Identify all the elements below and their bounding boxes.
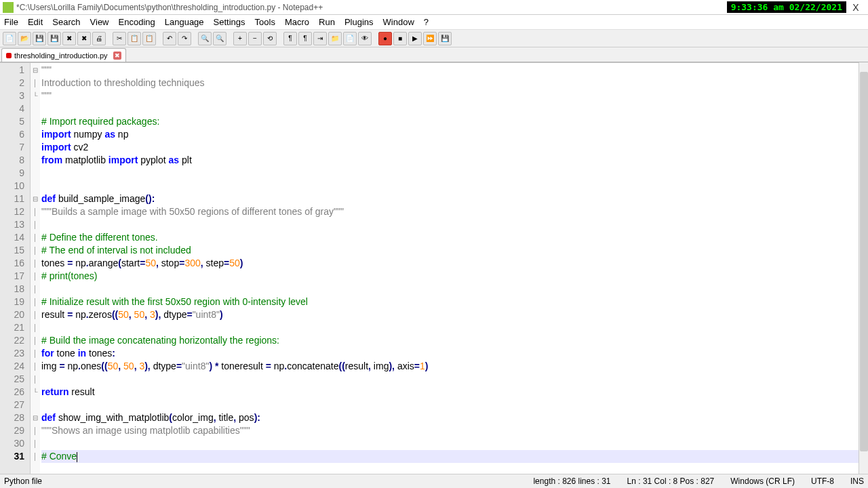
- play-icon[interactable]: ▶: [408, 32, 422, 45]
- folder-icon[interactable]: 📁: [328, 32, 342, 45]
- status-encoding: UTF-8: [811, 476, 834, 486]
- monitor-icon[interactable]: 👁: [358, 32, 372, 45]
- clock-overlay: 9:33:36 am 02/22/2021: [727, 1, 846, 13]
- hidden-chars-icon[interactable]: ¶: [298, 32, 312, 45]
- record-icon[interactable]: ●: [378, 32, 392, 45]
- menu-view[interactable]: View: [90, 17, 109, 27]
- status-lang: Python file: [4, 476, 42, 486]
- status-mode: INS: [850, 476, 864, 486]
- cut-icon[interactable]: ✂: [113, 32, 126, 45]
- menu-encoding[interactable]: Encoding: [119, 17, 155, 27]
- doc-icon[interactable]: 📄: [343, 32, 357, 45]
- toolbar: 📄 📂 💾 💾 ✖ ✖ 🖨 ✂ 📋 📋 ↶ ↷ 🔍 🔍 + − ⟲ ¶ ¶ ⇥ …: [0, 30, 868, 47]
- find-icon[interactable]: 🔍: [198, 32, 212, 45]
- wrap-icon[interactable]: ¶: [283, 32, 297, 45]
- window-title: *C:\Users\Lorilla Family\Documents\pytho…: [16, 3, 727, 12]
- menu-plugins[interactable]: Plugins: [344, 17, 374, 27]
- paste-icon[interactable]: 📋: [142, 32, 156, 45]
- replace-icon[interactable]: 🔍: [213, 32, 226, 45]
- tab-bar: thresholding_introduction.py ✖: [0, 47, 868, 62]
- menu-edit[interactable]: Edit: [28, 17, 43, 27]
- sync-icon[interactable]: ⟲: [263, 32, 277, 45]
- editor: 1234567891011121314151617181920212223242…: [0, 62, 868, 474]
- status-position: Ln : 31 Col : 8 Pos : 827: [627, 476, 715, 486]
- save-all-icon[interactable]: 💾: [47, 32, 61, 45]
- print-icon[interactable]: 🖨: [92, 32, 106, 45]
- title-bar: *C:\Users\Lorilla Family\Documents\pytho…: [0, 0, 868, 15]
- play-multi-icon[interactable]: ⏩: [423, 32, 437, 45]
- menu-search[interactable]: Search: [52, 17, 80, 27]
- file-tab[interactable]: thresholding_introduction.py ✖: [1, 48, 126, 62]
- indent-icon[interactable]: ⇥: [313, 32, 327, 45]
- menu-settings[interactable]: Settings: [214, 17, 245, 27]
- menu-tools[interactable]: Tools: [255, 17, 275, 27]
- close-button[interactable]: X: [846, 2, 865, 13]
- modified-dot-icon: [6, 53, 12, 58]
- new-icon[interactable]: 📄: [3, 32, 16, 45]
- open-icon[interactable]: 📂: [18, 32, 31, 45]
- scrollbar-thumb[interactable]: [860, 72, 868, 451]
- undo-icon[interactable]: ↶: [163, 32, 176, 45]
- status-bar: Python file length : 826 lines : 31 Ln :…: [0, 474, 868, 488]
- save-macro-icon[interactable]: 💾: [438, 32, 452, 45]
- menu-bar: FileEditSearchViewEncodingLanguageSettin…: [0, 15, 868, 30]
- line-gutter: 1234567891011121314151617181920212223242…: [0, 63, 31, 474]
- tab-close-icon[interactable]: ✖: [113, 52, 121, 60]
- redo-icon[interactable]: ↷: [178, 32, 191, 45]
- status-eol: Windows (CR LF): [730, 476, 795, 486]
- save-icon[interactable]: 💾: [33, 32, 46, 45]
- tab-label: thresholding_introduction.py: [14, 52, 108, 60]
- zoom-out-icon[interactable]: −: [248, 32, 262, 45]
- menu-macro[interactable]: Macro: [285, 17, 309, 27]
- copy-icon[interactable]: 📋: [127, 32, 141, 45]
- status-length: length : 826 lines : 31: [533, 476, 610, 486]
- close-all-icon[interactable]: ✖: [77, 32, 91, 45]
- menu-window[interactable]: Window: [383, 17, 414, 27]
- fold-gutter: ⊟│└⊟││││││││││││││└⊟│││: [31, 63, 40, 474]
- menu-language[interactable]: Language: [165, 17, 204, 27]
- zoom-in-icon[interactable]: +: [233, 32, 247, 45]
- stop-icon[interactable]: ■: [393, 32, 407, 45]
- close-icon[interactable]: ✖: [62, 32, 76, 45]
- code-area[interactable]: """Introduction to thresholding techniqu…: [40, 63, 868, 474]
- menu-file[interactable]: File: [4, 17, 18, 27]
- vertical-scrollbar[interactable]: [859, 62, 868, 474]
- menu-?[interactable]: ?: [424, 17, 429, 27]
- app-icon: [3, 2, 14, 13]
- menu-run[interactable]: Run: [319, 17, 335, 27]
